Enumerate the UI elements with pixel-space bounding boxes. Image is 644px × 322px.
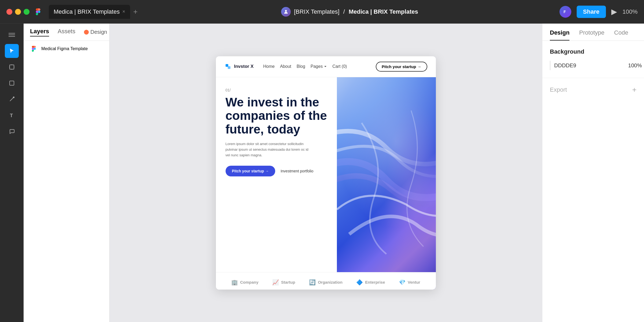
breadcrumb-file: Medica | BRIX Templates (349, 8, 418, 15)
background-section: Background (542, 41, 644, 78)
maximize-button[interactable] (24, 9, 30, 15)
design-tab[interactable]: Design (550, 29, 569, 40)
hero-title: We invest in the companies of the future… (226, 95, 327, 136)
venture-icon: 💎 (399, 279, 406, 286)
logo-organization: 🔄 Organization (309, 279, 343, 286)
background-label: Background (550, 48, 636, 55)
nav-blog[interactable]: Blog (297, 64, 305, 69)
organization-label: Organization (318, 280, 343, 284)
left-panel: Layers Assets Design Medical Figma Templ… (24, 24, 109, 322)
svg-rect-4 (9, 35, 15, 35)
hero-actions: Pitch your startup → Investment portfoli… (226, 166, 327, 176)
team-icon: F (560, 6, 571, 18)
toolbar-right: F Share ▶ 100% (560, 6, 638, 18)
svg-text:F: F (564, 10, 566, 14)
close-button[interactable] (6, 9, 12, 15)
nav-cart[interactable]: Cart (0) (332, 64, 347, 69)
design-nav: Invstor X Home About Blog Pages Cart (0)… (216, 56, 436, 77)
export-label: Export (550, 86, 567, 93)
export-add-button[interactable]: + (632, 86, 636, 94)
share-button[interactable]: Share (577, 6, 606, 18)
nav-links: Home About Blog Pages Cart (0) (263, 64, 347, 69)
active-tab[interactable]: Medica | BRIX Templates × (49, 5, 130, 19)
background-color-swatch[interactable] (550, 61, 550, 70)
right-panel-tabs: Design Prototype Code (542, 24, 644, 41)
right-panel: Design Prototype Code Background Export … (542, 24, 644, 322)
svg-point-12 (13, 97, 14, 98)
nav-pitch-button[interactable]: Pitch your startup → (376, 62, 427, 72)
logo-enterprise: 🔷 Enterprise (356, 279, 385, 286)
hex-input[interactable] (554, 62, 622, 69)
logo-area: Invstor X (225, 63, 254, 70)
hero-description: Lorem ipsum dolor sit amet consectetur s… (226, 141, 311, 158)
pen-tool-button[interactable] (5, 92, 19, 106)
startup-icon: 📈 (272, 279, 279, 286)
svg-rect-5 (9, 36, 15, 37)
svg-rect-6 (10, 65, 14, 69)
assets-tab[interactable]: Assets (58, 28, 75, 36)
layer-item[interactable]: Medical Figma Template (24, 41, 109, 57)
main-area: T Layers Assets Design Medical Figma (0, 24, 644, 322)
nav-home[interactable]: Home (263, 64, 275, 69)
hero-pitch-button[interactable]: Pitch your startup → (226, 166, 275, 176)
breadcrumb: [BRIX Templates] / Medica | BRIX Templat… (294, 8, 418, 15)
new-tab-button[interactable]: + (131, 5, 140, 18)
logo-startup: 📈 Startup (272, 279, 295, 286)
text-tool-button[interactable]: T (5, 108, 19, 122)
hero-section: 01/ We invest in the companies of the fu… (216, 77, 436, 290)
logo-venture: 💎 Ventur (399, 279, 420, 286)
figma-icon (34, 8, 42, 16)
layer-name: Medical Figma Template (41, 46, 88, 51)
design-dot (84, 30, 89, 35)
nav-pitch-label: Pitch your startup → (382, 64, 421, 69)
menu-button[interactable] (5, 28, 19, 42)
logo-text: Invstor X (234, 64, 254, 69)
play-button[interactable]: ▶ (611, 7, 617, 16)
rect-tool-button[interactable] (5, 76, 19, 90)
logos-bar: 🏢 Company 📈 Startup 🔄 Organization 🔷 Ent… (216, 272, 436, 290)
hero-left: 01/ We invest in the companies of the fu… (216, 77, 337, 290)
design-frame: Invstor X Home About Blog Pages Cart (0)… (216, 56, 436, 290)
svg-text:T: T (10, 113, 13, 118)
tab-title: Medica | BRIX Templates (54, 8, 120, 15)
opacity-input[interactable] (626, 62, 642, 69)
nav-about[interactable]: About (280, 64, 291, 69)
hero-eyebrow: 01/ (226, 88, 327, 92)
startup-label: Startup (281, 280, 295, 284)
logo-company: 🏢 Company (231, 279, 258, 286)
company-icon: 🏢 (231, 279, 238, 286)
nav-pages[interactable]: Pages (311, 64, 327, 69)
titlebar: Medica | BRIX Templates × + [BRIX Templa… (0, 0, 644, 24)
traffic-lights (6, 9, 30, 15)
zoom-level[interactable]: 100% (623, 8, 638, 15)
canvas-area[interactable]: Invstor X Home About Blog Pages Cart (0)… (109, 24, 542, 322)
hero-invest-link[interactable]: Investment portfolio (281, 169, 313, 173)
tab-close-button[interactable]: × (122, 9, 125, 14)
hero-pitch-label: Pitch your startup → (232, 169, 269, 173)
svg-rect-3 (9, 33, 15, 34)
design-badge[interactable]: Design (84, 29, 112, 35)
enterprise-label: Enterprise (365, 280, 385, 284)
panel-tabs: Layers Assets Design (24, 24, 109, 41)
toolbar-center: [BRIX Templates] / Medica | BRIX Templat… (144, 7, 555, 17)
select-tool-button[interactable] (5, 44, 19, 58)
frame-tool-button[interactable] (5, 60, 19, 74)
left-toolbar: T (0, 24, 24, 322)
tab-bar: Medica | BRIX Templates × + (49, 5, 140, 19)
design-label: Design (90, 29, 107, 35)
breadcrumb-sep: / (343, 8, 345, 15)
layers-tab[interactable]: Layers (30, 28, 49, 36)
svg-rect-11 (10, 81, 14, 85)
enterprise-icon: 🔷 (356, 279, 363, 286)
company-label: Company (240, 280, 258, 284)
organization-icon: 🔄 (309, 279, 316, 286)
venture-label: Ventur (408, 280, 420, 284)
prototype-tab[interactable]: Prototype (579, 29, 604, 40)
minimize-button[interactable] (15, 9, 21, 15)
comment-tool-button[interactable] (5, 124, 19, 138)
export-section: Export + (542, 78, 644, 102)
swirl-svg (337, 77, 436, 290)
user-avatar (281, 7, 291, 17)
code-tab[interactable]: Code (614, 29, 628, 40)
hero-right (337, 77, 436, 290)
